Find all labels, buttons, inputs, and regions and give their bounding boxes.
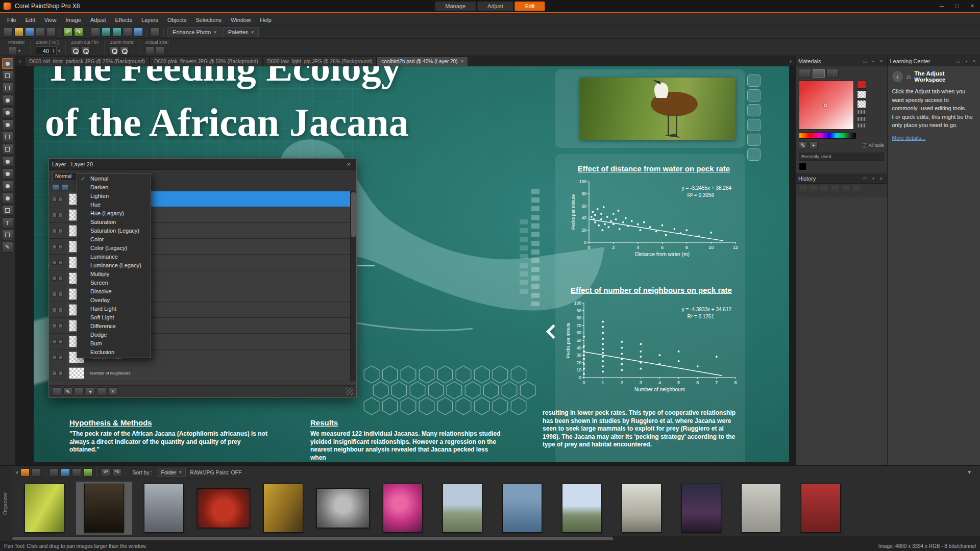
layer-visibility-icons[interactable] [49, 239, 66, 254]
layer-visibility-icons[interactable] [49, 286, 66, 302]
spinner-arrows-icon[interactable]: ▲▼ [51, 48, 56, 54]
photo-thumbnail[interactable] [673, 482, 729, 535]
makeover-tool[interactable] [2, 168, 13, 179]
layer-visibility-icons[interactable] [49, 302, 66, 317]
blend-mode-option-color[interactable]: Color [77, 235, 151, 244]
blend-mode-option-saturation-legacy[interactable]: Saturation (Legacy) [77, 227, 151, 235]
history-step-icon[interactable] [820, 186, 829, 194]
menu-file[interactable]: File [3, 15, 21, 24]
blend-mode-option-dissolve[interactable]: Dissolve [77, 287, 151, 296]
history-undo-icon[interactable] [798, 186, 807, 194]
tab-close-icon[interactable]: × [460, 59, 463, 64]
materials-tab-frame[interactable] [799, 69, 811, 78]
info-icon[interactable] [50, 468, 59, 477]
layers-palette-titlebar[interactable]: Layer - Layer 20 × [49, 159, 356, 170]
close-panel-icon[interactable]: × [878, 176, 885, 181]
new-layer-icon[interactable] [52, 387, 61, 396]
menu-objects[interactable]: Objects [163, 15, 191, 24]
photo-thumbnail[interactable] [195, 482, 252, 535]
blend-mode-option-exclusion[interactable]: Exclusion [77, 348, 151, 357]
print-icon[interactable] [36, 28, 45, 37]
organizer-scrollbar-thumb[interactable] [12, 537, 613, 540]
minimize-button[interactable]: ─ [934, 1, 949, 12]
learning-center-header[interactable]: Learning Center □ ▪ × [888, 56, 980, 66]
save-icon[interactable] [25, 28, 34, 37]
layer-visibility-icons[interactable] [49, 191, 66, 207]
fit-window-icon[interactable] [123, 28, 132, 37]
zoom-out-icon[interactable] [112, 28, 121, 37]
blend-mode-option-dodge[interactable]: Dodge [77, 331, 151, 339]
add-color-icon[interactable]: + [810, 141, 818, 149]
materials-tab-rainbow[interactable] [813, 69, 825, 78]
collapse-organizer-icon[interactable]: ▾ [968, 469, 976, 475]
materials-header[interactable]: Materials □ ▪ × [796, 56, 887, 66]
history-clear-icon[interactable] [841, 186, 850, 194]
organizer-panel-toggle-icon[interactable] [32, 468, 41, 477]
folder-dropdown[interactable]: Folder ▾ [157, 468, 186, 477]
blend-mode-option-overlay[interactable]: Overlay [77, 296, 151, 305]
selection-tool[interactable] [2, 83, 13, 93]
close-panel-icon[interactable]: × [971, 59, 977, 64]
eyedropper-icon[interactable]: ✎ [799, 141, 807, 149]
layers-palette-close-icon[interactable]: × [344, 161, 353, 167]
map-icon[interactable] [72, 468, 81, 477]
organizer-menu-icon[interactable] [20, 468, 30, 477]
dropper-tool[interactable] [2, 119, 13, 130]
layer-visibility-icons[interactable] [49, 365, 66, 381]
background-color-swatch[interactable] [857, 90, 866, 98]
photo-thumbnail[interactable] [793, 482, 849, 535]
home-icon[interactable]: ⌂ [906, 72, 911, 81]
close-panel-icon[interactable]: × [878, 59, 885, 64]
zoom-more-in-icon[interactable] [120, 46, 129, 55]
document-tab[interactable]: D600-pink_flowers.JPG @ 50% (Background) [150, 57, 263, 66]
photo-thumbnail[interactable] [494, 482, 550, 535]
menu-layers[interactable]: Layers [137, 15, 163, 24]
organizer-side-label[interactable]: Organizer [0, 466, 11, 541]
edit-layer-icon[interactable]: ✎ [63, 387, 72, 396]
photo-thumbnail[interactable] [315, 482, 371, 535]
undo-icon[interactable]: ↶ [63, 28, 72, 37]
clone-brush-tool[interactable] [2, 181, 13, 191]
organizer-scrollbar[interactable] [11, 536, 980, 541]
red-eye-tool[interactable] [2, 156, 13, 167]
more-details-link[interactable]: More details... [892, 135, 926, 141]
history-list[interactable] [796, 196, 887, 465]
blend-mode-option-soft-light[interactable]: Soft Light [77, 313, 151, 322]
recent-color-swatch[interactable] [799, 163, 807, 171]
freehand-selection-tool[interactable] [2, 95, 13, 106]
pan-icon[interactable] [134, 28, 143, 37]
pin-panel-icon[interactable]: ▪ [870, 59, 876, 64]
menu-window[interactable]: Window [226, 15, 255, 24]
tab-scroll-left-icon[interactable]: ‹ [15, 57, 24, 66]
layers-scrollbar[interactable] [350, 191, 356, 381]
pattern-grid-icon[interactable] [857, 123, 866, 128]
photo-thumbnail[interactable] [136, 482, 192, 535]
rotate-left-icon[interactable]: ↶ [101, 468, 110, 477]
chevron-down-icon[interactable]: ▾ [58, 48, 60, 53]
open-file-icon[interactable] [14, 28, 23, 37]
texture-grid-icon[interactable] [857, 116, 866, 121]
history-save-icon[interactable] [830, 186, 840, 194]
resize-icon[interactable] [91, 28, 100, 37]
layer-visibility-icon[interactable] [75, 387, 84, 396]
people-tag-icon[interactable] [61, 468, 70, 477]
layer-visibility-icons[interactable] [49, 223, 66, 238]
checkbox-icon[interactable]: ✓ [863, 143, 867, 148]
organizer-close-icon[interactable]: × [15, 469, 18, 475]
photo-thumbnail[interactable] [554, 482, 610, 535]
all-tools-checkbox[interactable]: ✓ All tools [863, 143, 884, 148]
photo-thumbnail[interactable] [16, 482, 72, 535]
layer-visibility-icons[interactable] [49, 349, 66, 365]
photo-thumbnail[interactable] [375, 482, 431, 535]
workspace-tab-manage[interactable]: Manage [435, 2, 476, 11]
fit-image-icon[interactable] [156, 46, 164, 55]
photo-thumbnail-selected[interactable] [76, 482, 132, 535]
blend-mode-option-saturation[interactable]: Saturation [77, 218, 151, 227]
layer-menu-icon[interactable]: ▾ [86, 387, 95, 396]
menu-selections[interactable]: Selections [191, 15, 226, 24]
layer-thumbnail[interactable] [69, 367, 84, 379]
float-panel-icon[interactable]: □ [862, 176, 868, 181]
menu-image[interactable]: Image [61, 15, 86, 24]
layer-visibility-icons[interactable] [49, 318, 66, 333]
blend-mode-option-lighten[interactable]: Lighten [77, 192, 151, 201]
